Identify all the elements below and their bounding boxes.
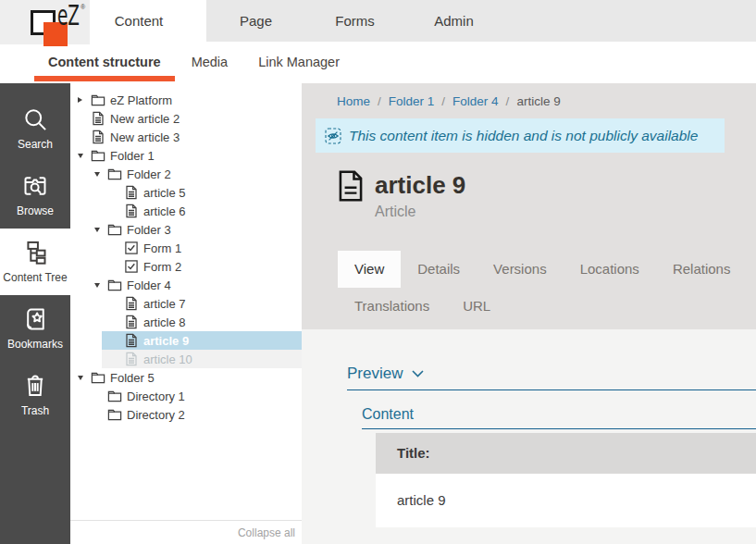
content-tree-panel: eZ PlatformNew article 2New article 3Fol… xyxy=(70,83,302,544)
secondary-nav-content-structure[interactable]: Content structure xyxy=(34,42,175,82)
breadcrumb: Home/Folder 1/Folder 4/article 9 xyxy=(302,83,756,108)
secondary-nav-media[interactable]: Media xyxy=(178,42,242,82)
main-nav-tab-forms[interactable]: Forms xyxy=(305,0,404,42)
tree-item-label: Folder 4 xyxy=(127,278,171,292)
tree-item-article-6[interactable]: article 6 xyxy=(70,202,302,220)
expand-arrow-icon[interactable] xyxy=(78,97,82,103)
main-nav-tab-content[interactable]: Content xyxy=(90,0,206,42)
article-icon xyxy=(124,315,139,329)
article-icon xyxy=(91,111,105,126)
collapse-arrow-icon[interactable] xyxy=(94,228,100,232)
logo-registered-mark: ® xyxy=(81,4,85,10)
folder-icon xyxy=(107,167,122,181)
sidebar-item-bookmarks[interactable]: Bookmarks xyxy=(0,295,70,362)
collapse-arrow-icon[interactable] xyxy=(94,283,100,288)
breadcrumb-separator: / xyxy=(378,94,381,108)
tab-versions[interactable]: Versions xyxy=(477,251,564,288)
content-tree: eZ PlatformNew article 2New article 3Fol… xyxy=(70,91,302,424)
field-value: article 9 xyxy=(376,474,756,527)
alert-text: This content item is hidden and is not p… xyxy=(349,128,698,144)
tab-url[interactable]: URL xyxy=(446,288,507,325)
tree-item-label: article 5 xyxy=(143,186,186,200)
tree-item-label: New article 2 xyxy=(110,112,180,126)
sidebar-item-trash[interactable]: Trash xyxy=(0,362,70,428)
tree-item-label: article 8 xyxy=(143,315,186,329)
page-title: article 9 xyxy=(375,173,465,197)
tree-item-form-1[interactable]: Form 1 xyxy=(70,239,302,257)
tree-item-directory-2[interactable]: Directory 2 xyxy=(70,405,302,424)
article-icon xyxy=(124,333,139,348)
tree-item-new-article-3[interactable]: New article 3 xyxy=(70,128,302,146)
chevron-down-icon xyxy=(412,370,424,377)
tree-item-label: Folder 1 xyxy=(110,149,155,163)
tree-item-folder-2[interactable]: Folder 2 xyxy=(70,165,302,183)
collapse-arrow-icon[interactable] xyxy=(78,154,83,158)
tree-item-article-8[interactable]: article 8 xyxy=(70,313,302,331)
collapse-all-button[interactable]: Collapse all xyxy=(70,520,302,544)
preview-divider xyxy=(347,389,756,390)
tab-relations[interactable]: Relations xyxy=(656,251,748,288)
tree-item-folder-3[interactable]: Folder 3 xyxy=(70,220,302,239)
search-icon xyxy=(22,106,48,132)
breadcrumb-item-article-9: article 9 xyxy=(516,94,560,108)
collapse-arrow-icon[interactable] xyxy=(78,376,83,380)
sidebar-item-content-tree[interactable]: Content Tree xyxy=(0,229,70,295)
left-sidebar: SearchBrowseContent TreeBookmarksTrash xyxy=(0,83,70,544)
breadcrumb-item-folder-4[interactable]: Folder 4 xyxy=(452,94,499,108)
folder-icon xyxy=(91,93,105,107)
tree-item-folder-4[interactable]: Folder 4 xyxy=(70,276,302,294)
main-nav-tab-admin[interactable]: Admin xyxy=(404,0,503,42)
tree-item-folder-1[interactable]: Folder 1 xyxy=(70,146,302,165)
svg-text:eZ: eZ xyxy=(57,0,80,31)
tree-item-directory-1[interactable]: Directory 1 xyxy=(70,387,302,405)
tree-item-article-9[interactable]: article 9 xyxy=(70,331,302,350)
tree-item-form-2[interactable]: Form 2 xyxy=(70,257,302,276)
breadcrumb-item-home[interactable]: Home xyxy=(337,94,370,108)
content-divider xyxy=(362,428,756,429)
tab-translations[interactable]: Translations xyxy=(338,288,446,325)
content-type-label: Article xyxy=(375,204,465,220)
field-table: Title:article 9 xyxy=(376,433,756,527)
tree-item-ez-platform[interactable]: eZ Platform xyxy=(70,91,302,109)
article-icon xyxy=(124,352,139,366)
tab-locations[interactable]: Locations xyxy=(564,251,656,288)
hidden-content-alert: This content item is hidden and is not p… xyxy=(316,118,725,153)
tree-item-folder-5[interactable]: Folder 5 xyxy=(70,368,302,387)
sidebar-item-label: Browse xyxy=(17,204,54,217)
breadcrumb-item-folder-1[interactable]: Folder 1 xyxy=(389,94,435,108)
tree-item-label: eZ Platform xyxy=(110,93,172,107)
article-icon xyxy=(124,204,139,218)
ez-logo[interactable]: eZ ® xyxy=(0,0,90,44)
sidebar-item-label: Content Tree xyxy=(3,271,67,284)
content-tree-icon xyxy=(22,240,48,266)
article-icon xyxy=(338,170,364,220)
tree-item-label: New article 3 xyxy=(110,130,180,144)
breadcrumb-separator: / xyxy=(441,94,445,108)
tab-details[interactable]: Details xyxy=(401,251,477,288)
tree-item-article-10[interactable]: article 10 xyxy=(70,350,302,368)
collapse-arrow-icon[interactable] xyxy=(94,172,100,177)
content-section-heading: Content xyxy=(362,406,756,423)
tree-item-article-5[interactable]: article 5 xyxy=(70,183,302,202)
tree-item-article-7[interactable]: article 7 xyxy=(70,294,302,313)
tree-item-label: Form 1 xyxy=(143,241,181,255)
secondary-nav-link-manager[interactable]: Link Manager xyxy=(244,42,353,82)
article-icon xyxy=(124,185,139,200)
folder-icon xyxy=(91,148,105,163)
trash-icon xyxy=(22,373,48,399)
page-title-block: article 9 Article xyxy=(338,170,756,220)
folder-icon xyxy=(107,278,122,292)
sidebar-item-label: Trash xyxy=(21,404,49,417)
preview-toggle[interactable]: Preview xyxy=(347,365,756,383)
tree-item-label: Folder 3 xyxy=(127,223,171,237)
tree-item-label: article 6 xyxy=(143,204,186,218)
top-header: ContentPageFormsAdmin eZ ® xyxy=(0,0,756,42)
sidebar-item-browse[interactable]: Browse xyxy=(0,162,70,229)
tab-view[interactable]: View xyxy=(338,251,401,288)
main-nav-tab-page[interactable]: Page xyxy=(206,0,305,42)
folder-icon xyxy=(107,407,122,422)
sidebar-item-search[interactable]: Search xyxy=(0,95,70,162)
tree-item-label: Form 2 xyxy=(143,260,181,274)
tree-item-new-article-2[interactable]: New article 2 xyxy=(70,109,302,128)
sidebar-item-label: Bookmarks xyxy=(7,338,63,351)
